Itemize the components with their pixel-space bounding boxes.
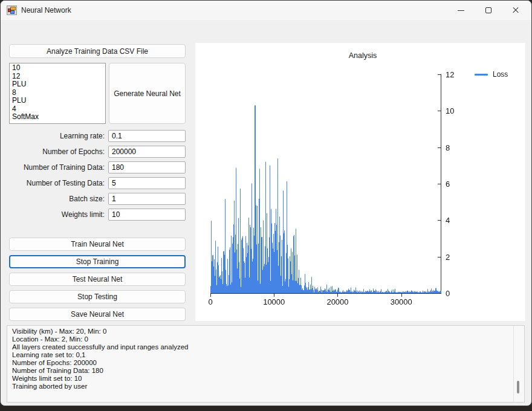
x-tick-label: 20000 — [322, 297, 353, 306]
chart-legend: Loss — [475, 70, 508, 79]
generate-net-button[interactable]: Generate Neural Net — [109, 63, 186, 124]
stop-training-button[interactable]: Stop Training — [9, 255, 186, 268]
weights-limit-input[interactable] — [108, 209, 186, 221]
close-icon — [512, 7, 519, 14]
layers-listbox[interactable]: 10 12 PLU 8 PLU 4 SoftMax — [9, 63, 106, 124]
chart-panel: Analysis Loss 0246810120100002000030000 — [195, 43, 525, 321]
minimize-icon — [458, 10, 464, 11]
log-line: Learning rate set to: 0,1 — [12, 351, 511, 359]
log-line: Visibility (km) - Max: 20, Min: 0 — [12, 328, 511, 335]
save-net-button[interactable]: Save Neural Net — [9, 308, 186, 321]
maximize-icon — [485, 7, 491, 13]
maximize-button[interactable] — [475, 1, 502, 19]
y-tick-label: 8 — [446, 143, 450, 152]
log-line: All layers created successfully and inpu… — [12, 343, 511, 351]
log-line: Training aborted by user — [12, 383, 511, 390]
batch-size-input[interactable] — [108, 193, 186, 205]
log-line: Number of Epochs: 200000 — [12, 359, 511, 367]
app-icon — [7, 5, 17, 15]
batch-size-label: Batch size: — [1, 193, 105, 205]
x-tick-label: 30000 — [386, 297, 417, 306]
log-panel[interactable]: Visibility (km) - Max: 20, Min: 0Locatio… — [7, 325, 525, 403]
testing-data-input[interactable] — [108, 177, 186, 189]
y-tick-label: 2 — [446, 253, 450, 262]
loss-chart — [195, 43, 525, 321]
training-data-input[interactable] — [108, 161, 186, 173]
y-tick-label: 0 — [446, 289, 450, 298]
log-line: Weights limit set to: 10 — [12, 375, 511, 383]
learning-rate-input[interactable] — [108, 130, 186, 142]
log-line: Location - Max: 2, Min: 0 — [12, 335, 511, 343]
window-title: Neural Network — [21, 6, 71, 15]
app-window: Neural Network Analyze Training Data CSV… — [0, 0, 532, 406]
epochs-label: Number of Epochs: — [1, 146, 105, 158]
test-net-button[interactable]: Test Neural Net — [9, 273, 186, 286]
x-tick-label: 10000 — [258, 297, 290, 306]
y-tick-label: 10 — [446, 106, 454, 115]
stop-testing-button[interactable]: Stop Testing — [9, 290, 186, 303]
log-scrollbar-track — [513, 326, 514, 402]
y-tick-label: 12 — [446, 70, 454, 79]
legend-line-swatch — [475, 74, 488, 76]
y-tick-label: 4 — [446, 216, 450, 225]
y-tick-label: 6 — [446, 180, 450, 189]
weights-limit-label: Weights limit: — [1, 209, 105, 221]
log-scrollbar-thumb[interactable] — [517, 381, 519, 393]
log-text: Visibility (km) - Max: 20, Min: 0Locatio… — [12, 328, 511, 390]
titlebar[interactable]: Neural Network — [1, 1, 531, 20]
x-tick-label: 0 — [195, 297, 226, 306]
learning-rate-label: Learning rate: — [1, 130, 105, 142]
close-button[interactable] — [502, 1, 529, 19]
legend-label: Loss — [493, 70, 508, 79]
minimize-button[interactable] — [447, 1, 475, 19]
analyze-csv-button[interactable]: Analyze Training Data CSV File — [9, 44, 186, 58]
testing-data-label: Number of Testing Data: — [1, 177, 105, 189]
training-data-label: Number of Training Data: — [1, 161, 105, 173]
epochs-input[interactable] — [108, 146, 186, 158]
train-net-button[interactable]: Train Neural Net — [9, 238, 186, 251]
log-line: Number of Training Data: 180 — [12, 367, 511, 375]
